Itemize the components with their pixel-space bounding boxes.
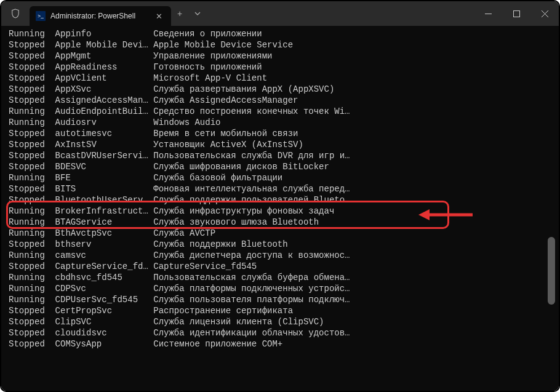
service-row: Stopped bthserv Служба поддержки Bluetoo…: [9, 239, 559, 250]
service-row: Running CDPSvc Служба платформы подключе…: [9, 283, 559, 294]
service-row: Stopped CertPropSvc Распространение серт…: [9, 305, 559, 316]
svg-rect-1: [513, 10, 519, 17]
service-row: Stopped AppXSvc Служба развертывания App…: [9, 84, 559, 95]
service-row: Stopped AssignedAccessMan… Служба Assign…: [9, 95, 559, 106]
service-row: Running BFE Служба базовой фильтрации: [9, 172, 559, 183]
service-row: Running AudioEndpointBuil… Средство пост…: [9, 106, 559, 117]
terminal-output[interactable]: Running Appinfo Сведения о приложенииSto…: [1, 26, 559, 391]
service-row: Stopped BcastDVRUserServi… Пользовательс…: [9, 150, 559, 161]
service-row: Running BthAvctpSvc Служба AVCTP: [9, 228, 559, 239]
scrollbar[interactable]: [548, 28, 555, 388]
service-row: Stopped CaptureService_fd… CaptureServic…: [9, 261, 559, 272]
close-tab-button[interactable]: ✕: [152, 10, 166, 22]
service-row: Stopped AppMgmt Управление приложениями: [9, 50, 559, 62]
service-row: Stopped BluetoothUserServ… Служба поддер…: [9, 194, 559, 206]
tab-dropdown-button[interactable]: [188, 1, 207, 26]
scrollbar-thumb[interactable]: [548, 237, 555, 305]
service-row: Stopped ClipSVC Служба лицензий клиента …: [9, 316, 559, 327]
service-row: Running Audiosrv Windows Audio: [9, 117, 559, 128]
service-row: Stopped autotimesvc Время в сети мобильн…: [9, 128, 559, 139]
service-row: Stopped BDESVC Служба шифрования дисков …: [9, 161, 559, 172]
service-row: Running BTAGService Служба звукового шлю…: [9, 217, 559, 228]
new-tab-button[interactable]: +: [171, 1, 188, 26]
powershell-icon: >_: [36, 11, 46, 21]
service-row: Stopped AppVClient Microsoft App-V Clien…: [9, 73, 559, 84]
service-row: Stopped AppReadiness Готовность приложен…: [9, 62, 559, 73]
service-row: Stopped COMSysApp Системное приложение C…: [9, 338, 559, 350]
titlebar: >_ Administrator: PowerShell ✕ +: [1, 1, 559, 26]
app-shield-icon: [1, 1, 30, 26]
tab-title: Administrator: PowerShell: [50, 12, 147, 20]
service-row: Running camsvc Служба диспетчера доступа…: [9, 250, 559, 261]
service-row: Stopped AxInstSV Установщик ActiveX (AxI…: [9, 139, 559, 150]
service-row: Stopped cloudidsvc Служба идентификации …: [9, 327, 559, 338]
service-row: Running cbdhsvc_fd545 Пользовательская с…: [9, 272, 559, 283]
minimize-button[interactable]: [474, 1, 502, 26]
service-row: Running Appinfo Сведения о приложении: [9, 28, 559, 39]
active-tab[interactable]: >_ Administrator: PowerShell ✕: [30, 6, 171, 26]
service-row: Stopped BITS Фоновая интеллектуальная сл…: [9, 183, 559, 194]
service-row: Stopped Apple Mobile Devi… Apple Mobile …: [9, 39, 559, 50]
service-row: Running BrokerInfrastruct… Служба инфрас…: [9, 206, 559, 217]
close-window-button[interactable]: [530, 1, 559, 26]
service-row: Running CDPUserSvc_fd545 Служба пользова…: [9, 294, 559, 305]
maximize-button[interactable]: [502, 1, 530, 26]
